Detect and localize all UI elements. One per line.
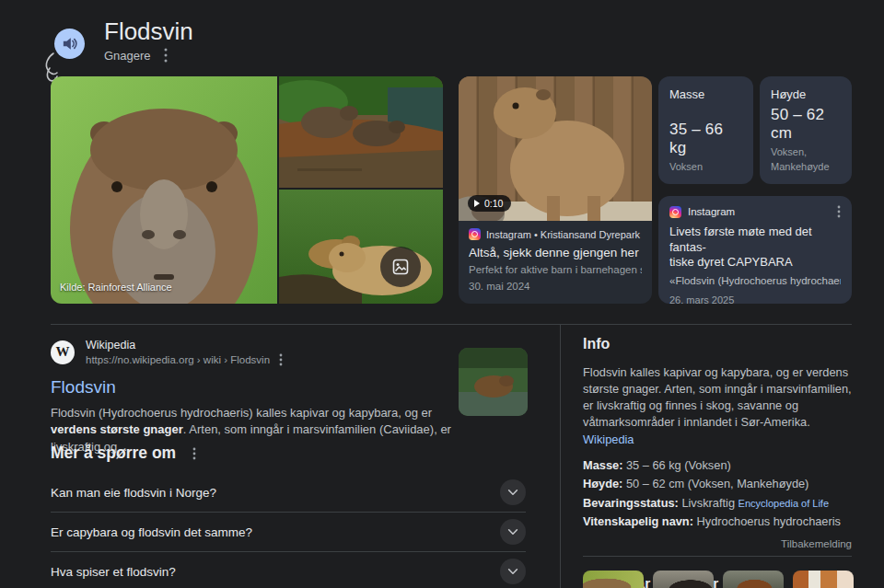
instagram-post-quote: «Flodsvin (Hydrochoerus hydrochaeris)...	[669, 275, 841, 286]
wikipedia-favicon: W	[51, 340, 75, 364]
result-more-options-icon[interactable]	[279, 353, 283, 366]
video-source: Instagram • Kristiansand Dyrepark	[486, 229, 640, 240]
related-thumbnail-beaver[interactable]	[653, 571, 714, 588]
main-capybara-photo[interactable]: Kilde: Rainforest Alliance	[51, 76, 277, 304]
result-site-name: Wikipedia	[86, 339, 283, 353]
expand-question-button[interactable]	[500, 559, 526, 584]
wikipedia-link[interactable]: Wikipedia	[583, 432, 634, 446]
more-images-button[interactable]	[380, 247, 421, 287]
horizontal-divider	[51, 324, 852, 325]
instagram-post-card[interactable]: Instagram Livets første møte med det fan…	[658, 196, 852, 304]
info-heading: Info	[583, 336, 852, 352]
mass-value: 35 – 66 kg	[669, 121, 742, 157]
video-result-card[interactable]: 0:10 Instagram • Kristiansand Dyrepark A…	[459, 76, 652, 304]
chevron-down-icon	[506, 486, 519, 499]
result-thumbnail[interactable]	[459, 348, 528, 416]
play-icon	[474, 200, 480, 207]
mass-context: Voksen	[669, 160, 742, 175]
question-row[interactable]: Kan man eie flodsvin i Norge?	[51, 473, 526, 512]
people-also-ask-heading: Mer å spørre om	[51, 444, 176, 463]
encyclopedia-of-life-link[interactable]: Encyclopedia of Life	[739, 498, 829, 509]
instagram-icon	[469, 228, 481, 240]
page-title: Flodsvin	[104, 17, 193, 46]
related-thumbnail-capybara[interactable]	[583, 571, 644, 588]
speaker-icon	[61, 35, 78, 52]
wikipedia-result: W Wikipedia https://no.wikipedia.org › w…	[51, 339, 456, 456]
video-duration: 0:10	[484, 198, 503, 209]
question-row[interactable]: Hva spiser et flodsvin?	[51, 552, 526, 588]
search-results-page: Flodsvin Gnagere	[0, 0, 884, 588]
height-value: 50 – 62 cm	[771, 106, 841, 143]
entity-category: Gnagere	[104, 49, 151, 63]
expand-question-button[interactable]	[500, 519, 526, 545]
capybara-face-photo	[51, 76, 277, 304]
feedback-link[interactable]: Tilbakemelding	[583, 538, 852, 549]
video-date: 30. mai 2024	[469, 281, 642, 292]
video-title: Altså, sjekk denne gjengen her da!...	[469, 246, 642, 259]
people-also-ask: Mer å spørre om Kan man eie flodsvin i N…	[51, 444, 526, 588]
instagram-icon	[669, 206, 681, 218]
video-description: Perfekt for aktive barn i barnehagen som…	[469, 264, 642, 275]
knowledge-panel: Info Flodsvin kalles kapivar og kapybara…	[583, 336, 852, 588]
expand-question-button[interactable]	[500, 479, 526, 505]
instagram-post-date: 26. mars 2025	[669, 294, 841, 306]
image-source-caption: Kilde: Rainforest Alliance	[60, 282, 172, 293]
height-context: Voksen, Mankehøyde	[771, 145, 841, 175]
video-duration-badge: 0:10	[468, 195, 511, 212]
result-breadcrumb: https://no.wikipedia.org › wiki › Flodsv…	[86, 354, 270, 365]
vertical-divider	[560, 324, 561, 588]
people-also-ask-more-options-icon[interactable]	[192, 447, 196, 460]
result-thumbnail-photo	[459, 348, 528, 416]
mass-label: Masse	[669, 87, 742, 101]
fact-mass: Masse: 35 – 66 kg (Voksen)	[583, 457, 852, 473]
instagram-source: Instagram	[688, 206, 831, 217]
question-row[interactable]: Er capybara og flodsvin det samme?	[51, 513, 526, 551]
fact-conservation-status: Bevaringsstatus: Livskraftig Encyclopedi…	[583, 495, 852, 511]
fact-height: Høyde: 50 – 62 cm (Voksen, Mankehøyde)	[583, 476, 852, 491]
grass-photo	[279, 190, 443, 304]
riverbank-photo	[279, 76, 443, 188]
grass-capybaras-photo[interactable]	[279, 190, 443, 304]
height-stat-card[interactable]: Høyde 50 – 62 cm Voksen, Mankehøyde	[760, 76, 852, 184]
divider	[583, 556, 852, 557]
info-description: Flodsvin kalles kapivar og kapybara, og …	[583, 364, 852, 448]
chevron-down-icon	[506, 525, 519, 538]
related-thumbnail-guinea-pig[interactable]	[793, 571, 854, 588]
riverbank-capybaras-photo[interactable]	[279, 76, 443, 188]
related-searches-thumbnails	[583, 571, 854, 588]
facts-list: Masse: 35 – 66 kg (Voksen) Høyde: 50 – 6…	[583, 457, 852, 530]
instagram-card-more-options-icon[interactable]	[837, 205, 841, 218]
gallery-icon	[392, 259, 409, 275]
chevron-down-icon	[506, 565, 519, 578]
related-thumbnail-marmot[interactable]	[723, 571, 784, 588]
header-more-options-icon[interactable]	[164, 48, 168, 63]
height-label: Høyde	[771, 87, 841, 101]
pronounce-button[interactable]	[54, 29, 85, 59]
video-thumbnail[interactable]: 0:10	[459, 76, 652, 221]
result-title-link[interactable]: Flodsvin	[51, 377, 116, 398]
instagram-post-title: Livets første møte med det fantas- tiske…	[669, 225, 841, 271]
fact-scientific-name: Vitenskapelig navn: Hydrochoerus hydroch…	[583, 513, 852, 529]
mass-stat-card[interactable]: Masse 35 – 66 kg Voksen	[658, 76, 753, 184]
